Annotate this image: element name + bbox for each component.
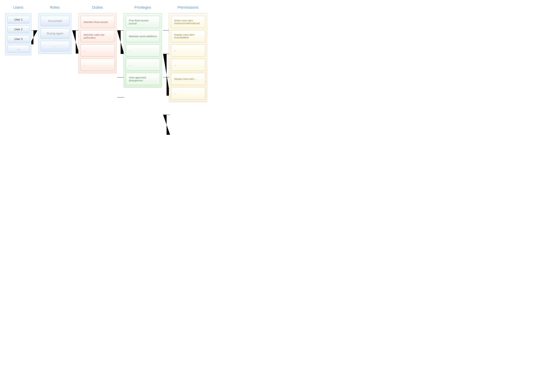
- privilege-item-ellipsis-2: ...: [126, 59, 160, 71]
- permission-item-action-menu-invent: Action menu item: InventJournalPostAsset: [171, 16, 205, 28]
- privilege-item-maintain-asset-additions: Maintain asset additions: [126, 30, 160, 42]
- privilege-item-post-fixed-assets: Post fixed assets journal: [126, 16, 160, 28]
- roles-header: Roles: [50, 5, 60, 10]
- duty-item-ellipsis-2: ...: [81, 59, 115, 71]
- permission-item-ellipsis-1: ...: [171, 44, 205, 56]
- permission-item-display-menu-asset-addition: Display menu item: AssetAddition: [171, 30, 205, 42]
- duty-item-maintain-fixed-assets: Maintain fixed assets: [81, 16, 115, 28]
- users-header: Users: [13, 5, 23, 10]
- users-column: Users User 1 User 2 User 3 ...: [3, 5, 33, 55]
- roles-container: Accountant Buying agent ...: [38, 13, 71, 54]
- privilege-item-ellipsis-1: ...: [126, 44, 160, 56]
- privileges-column: Privileges Post fixed assets journal Mai…: [122, 5, 164, 88]
- diagram-container: Users User 1 User 2 User 3 ... Roles Acc…: [0, 0, 278, 196]
- permissions-header: Permissions: [178, 5, 198, 10]
- duty-item-ellipsis-1: ...: [81, 44, 115, 56]
- role-item-ellipsis: ...: [41, 41, 69, 51]
- permission-item-ellipsis-2: ...: [171, 59, 205, 71]
- user-item-1: User 1: [8, 16, 29, 24]
- user-item-3: User 3: [8, 35, 29, 43]
- user-item-ellipsis: ...: [8, 45, 29, 53]
- role-item-accountant: Accountant: [41, 16, 69, 26]
- privilege-item-view-approved-divergences: View approved divergences: [126, 73, 160, 85]
- duties-header: Duties: [92, 5, 103, 10]
- roles-column: Roles Accountant Buying agent ...: [37, 5, 73, 54]
- permissions-column: Permissions Action menu item: InventJour…: [167, 5, 209, 102]
- user-item-2: User 2: [8, 25, 29, 33]
- permission-item-ellipsis-3: ...: [171, 87, 205, 99]
- permission-item-display-menu-divergences: Display menu item: ...: [171, 73, 205, 85]
- permissions-container: Action menu item: InventJournalPostAsset…: [169, 13, 207, 102]
- users-container: User 1 User 2 User 3 ...: [5, 13, 31, 55]
- privileges-header: Privileges: [134, 5, 151, 10]
- duties-column: Duties Maintain fixed assets Maintain sa…: [77, 5, 118, 73]
- privileges-container: Post fixed assets journal Maintain asset…: [123, 13, 162, 88]
- role-item-buying-agent: Buying agent: [41, 28, 69, 39]
- duty-item-maintain-sales-tax: Maintain sales tax authorities: [81, 30, 115, 42]
- duties-container: Maintain fixed assets Maintain sales tax…: [78, 13, 117, 73]
